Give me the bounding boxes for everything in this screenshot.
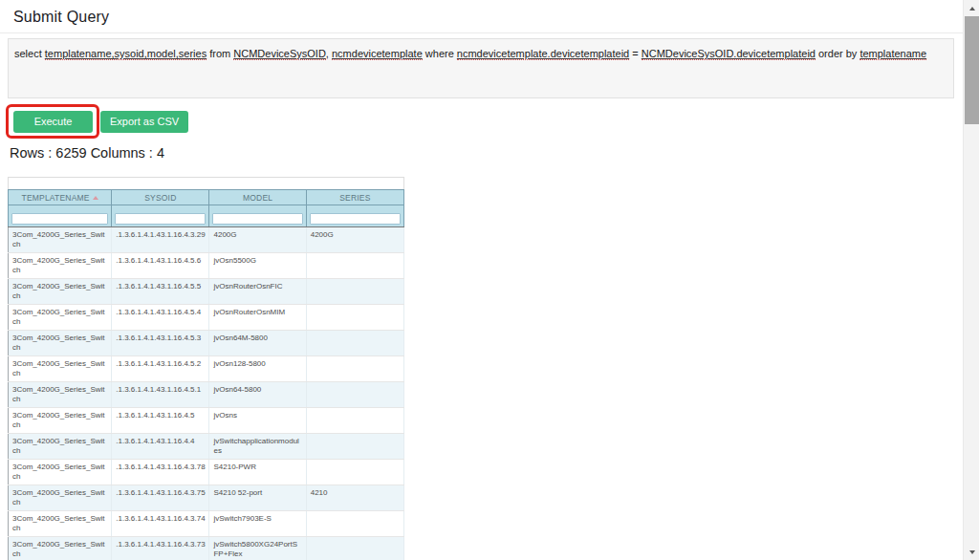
sql-token: =	[629, 48, 642, 59]
filter-input-series[interactable]	[310, 213, 401, 225]
filter-input-sysoid[interactable]	[115, 213, 206, 225]
filter-input-model[interactable]	[212, 213, 302, 225]
cell-series	[306, 253, 403, 279]
cell-series	[306, 356, 403, 382]
sql-token: select	[14, 48, 45, 59]
cell-series	[306, 408, 403, 434]
cell-templatename: 3Com_4200G_Series_Switch	[9, 305, 112, 331]
query-input[interactable]: select templatename,sysoid,model,series …	[8, 38, 954, 98]
cell-model: jvOsnRouterOsnFIC	[209, 279, 306, 305]
table-row: 3Com_4200G_Series_Switch.1.3.6.1.4.1.43.…	[9, 253, 404, 279]
column-header-label: TEMPLATENAME	[22, 193, 90, 203]
cell-model: jvSwitch7903E-S	[209, 511, 306, 537]
cell-sysoid: .1.3.6.1.4.1.43.1.16.4.5.3	[112, 331, 209, 356]
column-header-sysoid[interactable]: SYSOID	[112, 190, 209, 205]
cell-templatename: 3Com_4200G_Series_Switch	[9, 356, 112, 382]
cell-model: 4200G	[209, 227, 306, 253]
cell-model: jvOsns	[209, 408, 306, 434]
cell-templatename: 3Com_4200G_Series_Switch	[9, 227, 112, 253]
scrollbar[interactable]	[963, 0, 979, 560]
scrollbar-thumb[interactable]	[965, 16, 979, 124]
cell-series: 4210	[306, 485, 403, 511]
table-row: 3Com_4200G_Series_Switch.1.3.6.1.4.1.43.…	[9, 408, 404, 434]
cell-series	[306, 460, 403, 485]
results-table: TEMPLATENAMESYSOIDMODELSERIES 3Com_4200G…	[8, 189, 404, 560]
sql-token: NCMDeviceSysOID.devicetemplateid	[642, 48, 816, 60]
sql-token: templatename	[859, 48, 926, 60]
cell-series	[306, 279, 403, 305]
cell-model: jvOsn128-5800	[209, 356, 306, 382]
cell-model: jvOsnRouterOsnMIM	[209, 305, 306, 331]
cell-sysoid: .1.3.6.1.4.1.43.1.16.4.3.78	[112, 460, 209, 485]
cell-templatename: 3Com_4200G_Series_Switch	[9, 253, 112, 279]
grid-caption-strip	[8, 177, 404, 189]
cell-sysoid: .1.3.6.1.4.1.43.1.16.4.5.6	[112, 253, 209, 279]
cell-series: 4200G	[306, 227, 403, 253]
result-summary: Rows : 6259 Columns : 4	[10, 145, 164, 161]
sql-token: NCMDeviceSysOID	[233, 48, 326, 60]
cell-model: jvOsn64M-5800	[209, 331, 306, 356]
cell-sysoid: .1.3.6.1.4.1.43.1.16.4.5.1	[112, 382, 209, 408]
grid-header-row: TEMPLATENAMESYSOIDMODELSERIES	[9, 190, 404, 205]
cell-templatename: 3Com_4200G_Series_Switch	[9, 485, 112, 511]
column-header-label: SYSOID	[144, 193, 176, 203]
sql-token: ncmdevicetemplate	[332, 48, 423, 60]
cell-sysoid: .1.3.6.1.4.1.43.1.16.4.4	[112, 434, 209, 460]
cell-templatename: 3Com_4200G_Series_Switch	[9, 537, 112, 560]
cell-sysoid: .1.3.6.1.4.1.43.1.16.4.5.5	[112, 279, 209, 305]
filter-cell-sysoid	[112, 205, 209, 227]
filter-input-templatename[interactable]	[11, 213, 108, 225]
sql-token: where	[423, 48, 457, 59]
cell-model: jvOsn5500G	[209, 253, 306, 279]
cell-series	[306, 305, 403, 331]
cell-sysoid: .1.3.6.1.4.1.43.1.16.4.5.2	[112, 356, 209, 382]
scrollbar-up-button[interactable]	[964, 0, 979, 16]
grid-filter-row	[9, 205, 404, 227]
export-csv-button[interactable]: Export as CSV	[100, 111, 188, 133]
column-header-label: SERIES	[339, 193, 370, 203]
cell-templatename: 3Com_4200G_Series_Switch	[9, 331, 112, 356]
cell-templatename: 3Com_4200G_Series_Switch	[9, 460, 112, 485]
cell-series	[306, 537, 403, 560]
table-row: 3Com_4200G_Series_Switch.1.3.6.1.4.1.43.…	[9, 227, 404, 253]
table-row: 3Com_4200G_Series_Switch.1.3.6.1.4.1.43.…	[9, 434, 404, 460]
column-header-label: MODEL	[243, 193, 272, 203]
cell-series	[306, 382, 403, 408]
cell-series	[306, 511, 403, 537]
table-row: 3Com_4200G_Series_Switch.1.3.6.1.4.1.43.…	[9, 331, 404, 356]
column-header-templatename[interactable]: TEMPLATENAME	[9, 190, 112, 205]
scroll-up-icon	[969, 7, 975, 11]
cell-sysoid: .1.3.6.1.4.1.43.1.16.4.3.29	[112, 227, 209, 253]
cell-series	[306, 434, 403, 460]
cell-sysoid: .1.3.6.1.4.1.43.1.16.4.5	[112, 408, 209, 434]
cell-model: jvSwitch5800XG24PortSFP+Flex	[209, 537, 306, 560]
table-row: 3Com_4200G_Series_Switch.1.3.6.1.4.1.43.…	[9, 511, 404, 537]
cell-templatename: 3Com_4200G_Series_Switch	[9, 279, 112, 305]
page-title: Submit Query	[13, 9, 109, 26]
cell-templatename: 3Com_4200G_Series_Switch	[9, 382, 112, 408]
cell-sysoid: .1.3.6.1.4.1.43.1.16.4.5.4	[112, 305, 209, 331]
sql-token: ncmdevicetemplate.devicetemplateid	[457, 48, 629, 60]
cell-series	[306, 331, 403, 356]
table-row: 3Com_4200G_Series_Switch.1.3.6.1.4.1.43.…	[9, 537, 404, 560]
execute-button[interactable]: Execute	[13, 111, 93, 133]
cell-templatename: 3Com_4200G_Series_Switch	[9, 511, 112, 537]
cell-sysoid: .1.3.6.1.4.1.43.1.16.4.3.75	[112, 485, 209, 511]
cell-model: jvOsn64-5800	[209, 382, 306, 408]
sql-token: order by	[816, 48, 859, 59]
sql-token: templatename,sysoid,model,series	[45, 48, 207, 60]
table-row: 3Com_4200G_Series_Switch.1.3.6.1.4.1.43.…	[9, 485, 404, 511]
filter-cell-model	[209, 205, 306, 227]
scroll-down-icon	[969, 550, 975, 554]
cell-templatename: 3Com_4200G_Series_Switch	[9, 434, 112, 460]
filter-cell-series	[306, 205, 403, 227]
table-row: 3Com_4200G_Series_Switch.1.3.6.1.4.1.43.…	[9, 382, 404, 408]
column-header-model[interactable]: MODEL	[209, 190, 306, 205]
cell-model: jvSwitchapplicationmodules	[209, 434, 306, 460]
scrollbar-down-button[interactable]	[964, 544, 979, 560]
cell-model: S4210-PWR	[209, 460, 306, 485]
column-header-series[interactable]: SERIES	[306, 190, 403, 205]
cell-sysoid: .1.3.6.1.4.1.43.1.16.4.3.73	[112, 537, 209, 560]
table-row: 3Com_4200G_Series_Switch.1.3.6.1.4.1.43.…	[9, 305, 404, 331]
table-row: 3Com_4200G_Series_Switch.1.3.6.1.4.1.43.…	[9, 279, 404, 305]
